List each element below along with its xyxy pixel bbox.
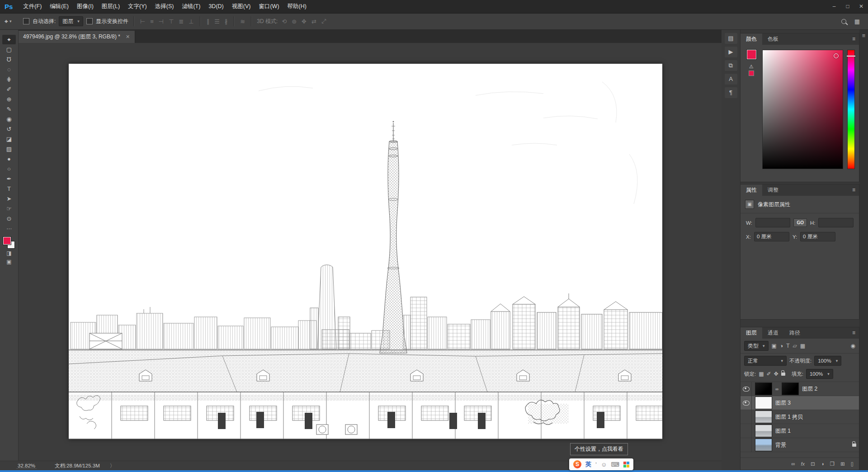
canvas-artwork[interactable] xyxy=(69,64,662,439)
3d-slide-icon[interactable]: ⇄ xyxy=(311,18,317,25)
tab-layers[interactable]: 图层 xyxy=(741,327,762,339)
layer-thumbnail[interactable] xyxy=(755,396,772,409)
menu-item-window[interactable]: 窗口(W) xyxy=(255,0,283,13)
align-left-icon[interactable]: ⊢ xyxy=(139,18,146,25)
filter-smart-objects-icon[interactable]: ▦ xyxy=(800,343,805,349)
brush-tool[interactable]: ✎ xyxy=(2,104,16,114)
lock-all-icon[interactable] xyxy=(781,373,785,376)
tab-adjustments[interactable]: 调整 xyxy=(762,184,784,196)
lock-transparency-icon[interactable]: ▦ xyxy=(759,371,764,377)
workspace-switcher-icon[interactable]: ▦ xyxy=(854,18,861,25)
ime-punctuation-icon[interactable]: ’ xyxy=(595,461,597,468)
lock-pixels-icon[interactable]: ✐ xyxy=(767,371,771,377)
layer-row-layer1[interactable]: 图层 1 xyxy=(741,424,859,438)
auto-select-dropdown[interactable]: 图层 ▾ xyxy=(59,16,83,26)
adjustment-layer-icon[interactable]: ◑ xyxy=(821,461,824,467)
layer-mask-thumbnail[interactable] xyxy=(782,382,799,395)
opacity-dropdown[interactable]: 100% ▾ xyxy=(814,356,841,366)
path-selection-tool[interactable]: ➤ xyxy=(2,194,16,203)
panel-menu-icon[interactable]: ≡ xyxy=(849,33,859,45)
close-button[interactable]: ✕ xyxy=(854,0,868,13)
panel-menu-icon[interactable]: ≡ xyxy=(849,184,859,196)
ime-emoji-icon[interactable]: ☺ xyxy=(601,461,607,468)
zoom-tool[interactable]: ⊙ xyxy=(2,214,16,223)
menu-item-3d[interactable]: 3D(D) xyxy=(204,0,227,13)
restore-button[interactable]: □ xyxy=(841,0,854,13)
3d-roll-icon[interactable]: ⊚ xyxy=(291,18,297,25)
layer-thumbnail[interactable] xyxy=(755,382,772,395)
3d-drag-icon[interactable]: ✥ xyxy=(301,18,307,25)
eyedropper-tool[interactable]: ✐ xyxy=(2,85,16,94)
hue-slider-handle[interactable] xyxy=(847,56,855,57)
menu-item-file[interactable]: 文件(F) xyxy=(19,0,46,13)
eraser-tool[interactable]: ◪ xyxy=(2,134,16,144)
menu-item-image[interactable]: 图像(I) xyxy=(73,0,98,13)
distribute-horizontal-icon[interactable]: ∥ xyxy=(206,18,211,25)
brushes-panel-icon[interactable]: ▤ xyxy=(725,33,737,44)
dodge-tool[interactable]: ○ xyxy=(2,164,16,174)
tab-channels[interactable]: 通道 xyxy=(762,327,784,339)
lasso-tool[interactable]: ℧ xyxy=(2,55,16,64)
tab-color[interactable]: 颜色 xyxy=(741,33,762,45)
align-center-icon[interactable]: ≡ xyxy=(149,18,155,25)
crop-tool[interactable]: ⋕ xyxy=(2,75,16,84)
align-bottom-icon[interactable]: ⊥ xyxy=(188,18,194,25)
filter-type-dropdown[interactable]: 类型 ▾ xyxy=(744,341,769,351)
panel-menu-icon[interactable]: ≡ xyxy=(849,327,859,339)
distribute-vertical-icon[interactable]: ☰ xyxy=(213,18,221,25)
link-layers-icon[interactable]: ∞ xyxy=(791,461,795,467)
filter-adjustment-layers-icon[interactable]: ◑ xyxy=(780,343,783,349)
layer-thumbnail[interactable] xyxy=(755,411,772,423)
zoom-level-field[interactable]: 32.82% xyxy=(16,463,37,469)
menu-item-view[interactable]: 视图(V) xyxy=(228,0,255,13)
hue-slider[interactable] xyxy=(847,50,855,169)
paragraph-panel-icon[interactable]: ¶ xyxy=(725,87,737,98)
layer-name[interactable]: 图层 1 拷贝 xyxy=(775,413,803,421)
close-document-icon[interactable]: ✕ xyxy=(126,34,130,40)
actions-panel-icon[interactable]: ▶ xyxy=(725,47,737,57)
saturation-brightness-field[interactable] xyxy=(762,50,843,169)
foreground-background-colors[interactable] xyxy=(3,237,15,249)
visibility-toggle[interactable] xyxy=(741,410,752,424)
rectangular-marquee-tool[interactable]: ▢ xyxy=(2,45,16,54)
layer-name[interactable]: 背景 xyxy=(775,441,786,449)
filter-type-layers-icon[interactable]: T xyxy=(786,343,789,349)
windows-taskbar-edge[interactable] xyxy=(0,470,868,472)
tab-swatches[interactable]: 色板 xyxy=(762,33,784,45)
hand-tool[interactable]: ☞ xyxy=(2,204,16,213)
auto-align-icon[interactable]: ≋ xyxy=(239,18,246,25)
layer-row-layer2[interactable]: ∞ 图层 2 xyxy=(741,382,859,396)
layer-name[interactable]: 图层 2 xyxy=(802,385,817,393)
gradient-tool[interactable]: ▨ xyxy=(2,144,16,154)
edit-toolbar-icon[interactable]: ⋯ xyxy=(6,226,12,232)
y-input[interactable]: 0 厘米 xyxy=(800,232,835,241)
type-tool[interactable]: T xyxy=(2,184,16,194)
blur-tool[interactable]: ● xyxy=(2,154,16,164)
history-brush-tool[interactable]: ↺ xyxy=(2,124,16,134)
document-canvas[interactable] xyxy=(69,64,662,439)
move-tool[interactable]: ⌖ xyxy=(2,35,16,44)
lock-position-icon[interactable]: ✥ xyxy=(774,371,778,377)
new-group-icon[interactable]: ❐ xyxy=(830,461,835,467)
character-panel-icon[interactable]: A xyxy=(725,74,737,85)
height-input[interactable] xyxy=(818,218,854,227)
layer-row-layer1-copy[interactable]: 图层 1 拷贝 xyxy=(741,410,859,424)
link-dimensions-button[interactable]: GO xyxy=(793,218,807,227)
menu-item-filter[interactable]: 滤镜(T) xyxy=(178,0,204,13)
layer-thumbnail[interactable] xyxy=(755,425,772,437)
align-top-icon[interactable]: ⊤ xyxy=(168,18,175,25)
ime-language-toggle[interactable]: 英 xyxy=(585,460,591,468)
filter-toggle-icon[interactable]: ◉ xyxy=(851,343,855,349)
menu-item-type[interactable]: 文字(Y) xyxy=(124,0,151,13)
screen-mode-icon[interactable]: ▣ xyxy=(3,258,15,266)
align-right-icon[interactable]: ⊣ xyxy=(158,18,165,25)
pen-tool[interactable]: ✒ xyxy=(2,174,16,184)
visibility-toggle[interactable] xyxy=(741,382,752,396)
layer-name[interactable]: 图层 1 xyxy=(775,427,791,435)
layer-row-layer3-selected[interactable]: 图层 3 xyxy=(741,396,859,410)
filter-pixel-layers-icon[interactable]: ▣ xyxy=(772,343,777,349)
collapse-panels-icon[interactable]: ≣ xyxy=(862,33,865,38)
clone-stamp-tool[interactable]: ◉ xyxy=(2,114,16,124)
menu-item-layer[interactable]: 图层(L) xyxy=(98,0,124,13)
visibility-toggle[interactable] xyxy=(741,396,752,410)
